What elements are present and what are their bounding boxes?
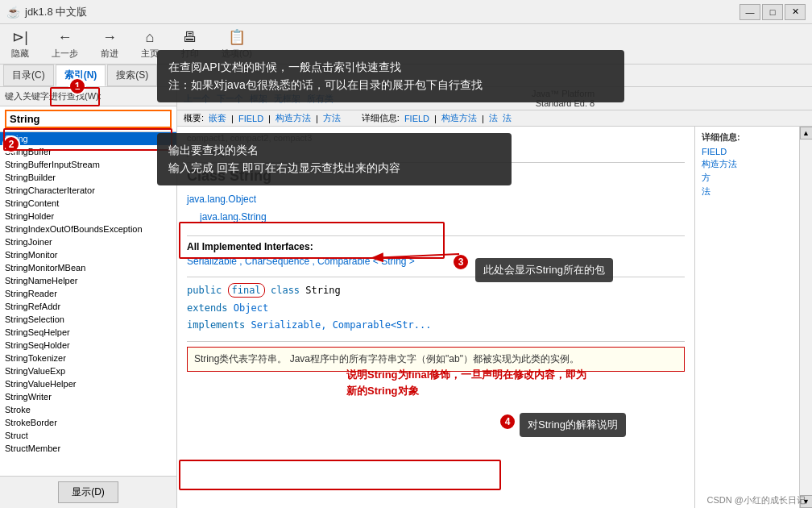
list-item[interactable]: StringContent: [0, 197, 176, 210]
back-icon: ←: [58, 29, 72, 46]
main-content: 键入关键字进行查找(W): StringStringBufferStringBu…: [0, 87, 812, 508]
hide-button[interactable]: ⊳| 隐藏: [6, 25, 34, 63]
forward-label: 前进: [101, 48, 118, 60]
decl-class: class: [271, 285, 300, 296]
interfaces-label: All Implemented Interfaces:: [187, 241, 685, 252]
package-name: java.lang: [187, 146, 685, 157]
forward-button[interactable]: → 前进: [96, 26, 123, 63]
scroll-down-arrow[interactable]: ▼: [800, 495, 813, 508]
compact-note: compact1, compact2, compact3: [187, 133, 685, 143]
list-item[interactable]: StringSelection: [0, 313, 176, 326]
list-item[interactable]: String: [0, 132, 176, 145]
list-item[interactable]: StringBufferInputStream: [0, 158, 176, 171]
scroll-up-arrow[interactable]: ▲: [800, 127, 813, 139]
app-title: jdk1.8 中文版: [25, 5, 735, 19]
nav-links: 上一个 下一个 框架 无框架 所有类: [184, 93, 334, 105]
options-icon: 📋: [228, 28, 246, 46]
show-button[interactable]: 显示(D): [58, 481, 118, 503]
class-title: Class String: [187, 168, 685, 185]
home-button[interactable]: ⌂ 主页: [136, 26, 164, 63]
decl-impl-list: Serializable, Comparable<Str...: [251, 319, 431, 331]
search-label: 键入关键字进行查找(W):: [0, 87, 176, 106]
list-item[interactable]: StringCharacterIterator: [0, 184, 176, 197]
detail-constr[interactable]: 构造方法: [441, 112, 477, 124]
class-declaration: public final class String extends Object…: [187, 282, 685, 335]
class-description: String类代表字符串。 Java程序中的所有字符串文字（例如"ab"）都被实…: [187, 347, 685, 372]
left-panel: 键入关键字进行查找(W): StringStringBufferStringBu…: [0, 87, 177, 508]
java-badge: Java™ Platform Standard Ed. 8: [532, 89, 594, 108]
list-item[interactable]: StringIndexOutOfBoundsException: [0, 223, 176, 235]
detail-nav-nested[interactable]: 嵌套: [209, 112, 226, 124]
nav-next[interactable]: 下一个: [217, 93, 243, 105]
nav-allclasses[interactable]: 所有类: [307, 93, 334, 105]
list-item[interactable]: StringMonitorMBean: [0, 261, 176, 274]
right-panel: 上一个 下一个 框架 无框架 所有类 Java™ Platform Standa…: [177, 87, 812, 508]
decl-final: final: [228, 283, 265, 298]
list-item[interactable]: StringValueExp: [0, 364, 176, 377]
hide-icon: ⊳|: [12, 28, 28, 46]
search-input[interactable]: [5, 110, 172, 128]
side-method2[interactable]: 法: [702, 185, 793, 198]
decl-implements: implements: [187, 319, 245, 331]
list-item[interactable]: Struct: [0, 429, 176, 442]
detail-nav-overview: 概要:: [184, 112, 204, 124]
list-item[interactable]: StringSeqHolder: [0, 339, 176, 352]
list-item[interactable]: StringHolder: [0, 210, 176, 223]
window-controls: — □ ✕: [740, 4, 806, 20]
class-list: StringStringBufferStringBufferInputStrea…: [0, 132, 176, 476]
detail-nav-method[interactable]: 方法: [323, 112, 341, 124]
toolbar: ⊳| 隐藏 ← 上一步 → 前进 ⌂ 主页 🖶 打印 📋 选项(O): [0, 24, 812, 65]
scroll-bar-right[interactable]: ▲ ▼: [799, 127, 812, 508]
list-item[interactable]: Stroke: [0, 403, 176, 416]
tab-search[interactable]: 搜索(S): [107, 65, 157, 86]
detail-area: compact1, compact2, compact3 java.lang C…: [177, 127, 812, 508]
maximize-button[interactable]: □: [762, 4, 783, 20]
side-constr[interactable]: 构造方法: [702, 158, 793, 170]
list-item[interactable]: StringBuffer: [0, 145, 176, 158]
list-item[interactable]: StringReader: [0, 287, 176, 300]
detail-method[interactable]: 法: [489, 112, 498, 124]
list-item[interactable]: StringRefAddr: [0, 300, 176, 313]
list-item[interactable]: StructMember: [0, 442, 176, 455]
forward-icon: →: [102, 29, 117, 46]
options-button[interactable]: 📋 选项(O): [217, 25, 257, 63]
interfaces-section: All Implemented Interfaces: Serializable…: [187, 241, 685, 267]
decl-object: Object: [234, 302, 268, 314]
list-item[interactable]: StringTokenizer: [0, 352, 176, 364]
nav-frames[interactable]: 框架: [250, 93, 267, 105]
decl-classname: String: [305, 285, 340, 296]
detail-nav-constr[interactable]: 构造方法: [276, 112, 311, 124]
interfaces-list: Serializable , CharSequence , Comparable…: [187, 256, 685, 267]
list-item[interactable]: StringSeqHelper: [0, 326, 176, 339]
detail-label: 详细信息:: [362, 112, 400, 124]
list-item[interactable]: StringValueHelper: [0, 377, 176, 390]
inheritance-parent[interactable]: java.lang.Object: [187, 194, 256, 205]
minimize-button[interactable]: —: [740, 4, 760, 20]
list-item[interactable]: StringWriter: [0, 390, 176, 403]
side-method[interactable]: 方: [702, 172, 793, 184]
detail-method2[interactable]: 法: [503, 112, 512, 124]
detail-field[interactable]: FIELD: [404, 114, 429, 123]
list-item[interactable]: StringMonitor: [0, 248, 176, 261]
print-icon: 🖶: [183, 29, 197, 46]
back-label: 上一步: [52, 48, 78, 60]
detail-nav: 概要: 嵌套 | FIELD | 构造方法 | 方法 详细信息: FIELD |…: [177, 110, 812, 127]
print-button[interactable]: 🖶 打印: [176, 26, 204, 63]
list-item[interactable]: StringJoiner: [0, 235, 176, 248]
tab-index[interactable]: 索引(N): [56, 65, 106, 86]
inheritance-child[interactable]: java.lang.String: [200, 211, 267, 223]
side-field[interactable]: FIELD: [702, 147, 793, 156]
list-item[interactable]: StringNameHelper: [0, 274, 176, 287]
list-item[interactable]: StringBuilder: [0, 171, 176, 184]
hide-label: 隐藏: [11, 48, 29, 60]
back-button[interactable]: ← 上一步: [47, 26, 83, 63]
list-item[interactable]: StrokeBorder: [0, 416, 176, 429]
title-bar: ☕ jdk1.8 中文版 — □ ✕: [0, 0, 812, 24]
nav-noframes[interactable]: 无框架: [274, 93, 300, 105]
nav-prev[interactable]: 上一个: [184, 93, 210, 105]
main-doc: compact1, compact2, compact3 java.lang C…: [177, 127, 694, 508]
close-button[interactable]: ✕: [785, 4, 806, 20]
print-label: 打印: [181, 48, 199, 60]
detail-nav-field[interactable]: FIELD: [238, 114, 263, 123]
tab-contents[interactable]: 目录(C): [3, 65, 54, 86]
